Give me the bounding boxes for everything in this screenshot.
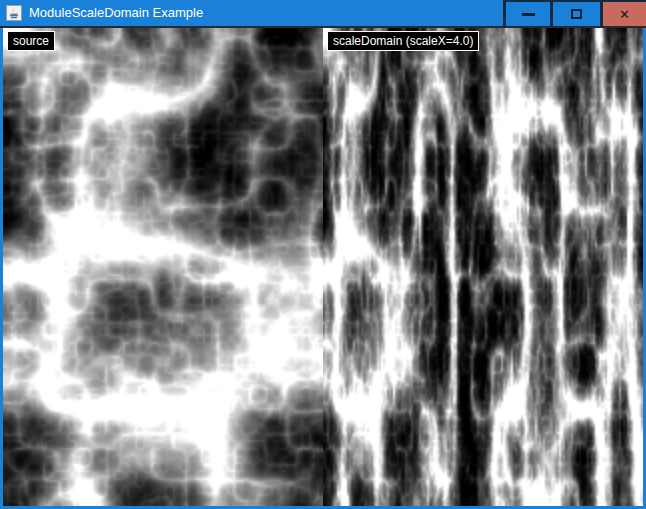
close-button[interactable]: ✕	[600, 0, 646, 26]
java-coffee-cup-icon[interactable]	[6, 5, 22, 21]
maximize-button[interactable]	[550, 0, 600, 26]
source-noise-canvas	[3, 28, 323, 506]
scale-domain-panel: scaleDomain (scaleX=4.0)	[323, 28, 643, 506]
maximize-square-icon	[571, 9, 582, 19]
content-area: source scaleDomain (scaleX=4.0)	[0, 28, 646, 509]
app-window: ModuleScaleDomain Example ✕ source scale…	[0, 0, 646, 509]
minimize-dash-icon	[522, 13, 535, 16]
minimize-button[interactable]	[503, 0, 550, 26]
source-label: source	[7, 31, 55, 51]
scale-domain-noise-canvas	[323, 28, 643, 506]
window-controls: ✕	[503, 0, 646, 26]
titlebar[interactable]: ModuleScaleDomain Example ✕	[0, 0, 646, 26]
scale-domain-label: scaleDomain (scaleX=4.0)	[327, 31, 479, 51]
window-title: ModuleScaleDomain Example	[29, 0, 503, 26]
close-x-icon: ✕	[619, 8, 630, 21]
source-panel: source	[3, 28, 323, 506]
